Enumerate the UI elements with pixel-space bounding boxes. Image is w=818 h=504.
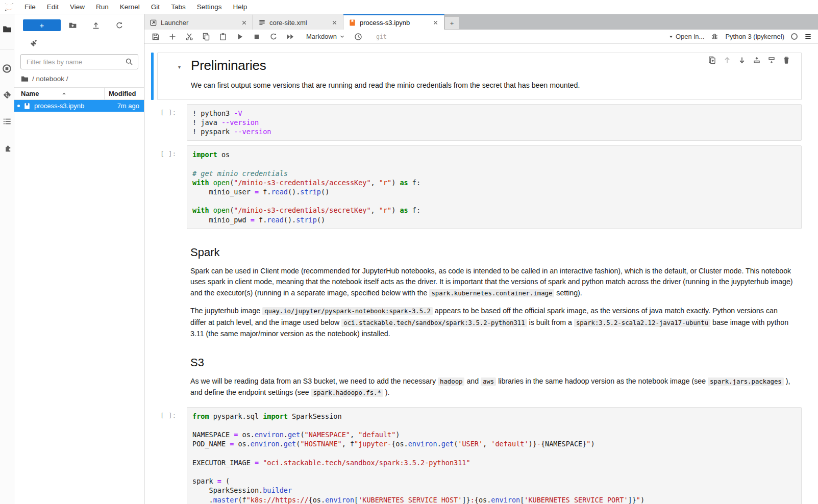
- menu-item-run[interactable]: Run: [90, 3, 114, 11]
- menu-item-help[interactable]: Help: [227, 3, 253, 11]
- insert-cell-above-icon[interactable]: [753, 56, 761, 64]
- menu-item-view[interactable]: View: [64, 3, 90, 11]
- extensions-button[interactable]: [0, 140, 14, 156]
- heading-collapser-icon[interactable]: ▾: [178, 64, 181, 70]
- code-line: SparkSession.builder: [192, 486, 796, 495]
- inline-code: hadoop: [438, 377, 464, 386]
- kernel-name[interactable]: Python 3 (ipykernel): [725, 33, 784, 40]
- search-icon: [125, 58, 133, 66]
- activity-bar-group: [0, 49, 14, 167]
- tab-launcher[interactable]: Launcher: [144, 14, 253, 30]
- file-name: process-s3.ipynb: [34, 102, 84, 110]
- tab-label: Launcher: [161, 19, 236, 27]
- git-clone-button[interactable]: [14, 31, 144, 47]
- code-line: import os: [192, 150, 796, 159]
- code-editor[interactable]: import os # get minio credentialswith op…: [187, 145, 802, 229]
- markdown-cell[interactable]: ▾PreliminariesWe can first output some v…: [144, 53, 818, 100]
- menu-item-file[interactable]: File: [19, 3, 41, 11]
- code-editor[interactable]: ! python3 -V! java --version! pyspark --…: [187, 104, 802, 141]
- modified-column-header[interactable]: Modified: [104, 88, 144, 99]
- clock-icon[interactable]: [354, 33, 362, 41]
- code-cell[interactable]: [ ]:! python3 -V! java --version! pyspar…: [151, 104, 802, 141]
- run-icon[interactable]: [236, 33, 244, 41]
- file-browser-panel: + / notebook / Name Modified process-s3.…: [14, 14, 144, 504]
- kernel-status-icon: [791, 33, 798, 40]
- breadcrumb[interactable]: / notebook /: [14, 69, 144, 87]
- add-cell-icon[interactable]: [168, 33, 177, 41]
- close-icon[interactable]: [330, 19, 339, 26]
- file-modified: 7m ago: [117, 102, 139, 110]
- file-text-icon: [258, 19, 266, 27]
- inline-code: spark.kubernetes.container.image: [429, 289, 554, 297]
- tab-core-site-xml[interactable]: core-site.xml: [253, 14, 343, 30]
- upload-button[interactable]: [84, 20, 108, 31]
- refresh-button[interactable]: [108, 20, 131, 31]
- run-all-icon[interactable]: [286, 33, 294, 41]
- open-in-dropdown[interactable]: Open in...: [668, 33, 704, 40]
- file-browser-button[interactable]: [0, 21, 14, 37]
- code-line: [192, 159, 796, 168]
- notebook-toolbar: Markdown git Open in... Python 3 (ipyker…: [144, 30, 818, 44]
- running-icon: [2, 64, 12, 73]
- code-editor[interactable]: from pyspark.sql import SparkSession NAM…: [187, 407, 802, 504]
- chevron-down-icon: [339, 34, 345, 39]
- cell-type-dropdown[interactable]: Markdown: [306, 33, 345, 40]
- upload-icon: [92, 21, 100, 30]
- code-line: .master(f"k8s://https://{os.environ['KUB…: [192, 495, 796, 504]
- running-kernels-button[interactable]: [0, 61, 14, 76]
- markdown-cell-body: ▾PreliminariesWe can first output some v…: [157, 53, 802, 100]
- tab-process-s3-ipynb[interactable]: process-s3.ipynb: [343, 14, 444, 30]
- main-area: Launchercore-site.xmlprocess-s3.ipynb+ M…: [144, 14, 818, 504]
- inline-code: aws: [481, 377, 496, 386]
- code-line: [192, 196, 796, 206]
- name-column-header[interactable]: Name: [14, 90, 104, 97]
- stop-icon[interactable]: [253, 33, 261, 41]
- move-cell-down-icon[interactable]: [738, 56, 746, 64]
- hamburger-menu-icon[interactable]: [804, 33, 812, 40]
- menu-item-settings[interactable]: Settings: [191, 3, 228, 11]
- file-row[interactable]: process-s3.ipynb7m ago: [14, 100, 144, 112]
- close-icon[interactable]: [240, 19, 249, 26]
- markdown-paragraph: As we will be reading data from an S3 bu…: [190, 376, 794, 399]
- new-launcher-button[interactable]: +: [23, 19, 61, 31]
- bug-icon[interactable]: [711, 33, 718, 40]
- section-heading: Spark: [190, 246, 794, 259]
- activity-bar: [0, 14, 14, 504]
- git-button[interactable]: [0, 87, 14, 103]
- inline-code: spark:3.5.2-scala2.12-java17-ubuntu: [574, 319, 710, 327]
- paste-icon[interactable]: [219, 33, 227, 41]
- markdown-paragraph: We can first output some versions that a…: [191, 80, 793, 91]
- filter-files-input[interactable]: [26, 58, 125, 66]
- code-cell[interactable]: [ ]:from pyspark.sql import SparkSession…: [151, 407, 802, 504]
- insert-cell-below-icon[interactable]: [767, 56, 776, 64]
- execution-prompt: [ ]:: [151, 407, 187, 504]
- code-line: ! pyspark --version: [192, 127, 796, 136]
- markdown-cell[interactable]: S3As we will be reading data from an S3 …: [151, 344, 802, 403]
- delete-cell-icon[interactable]: [782, 56, 790, 64]
- add-tab-button[interactable]: +: [444, 16, 459, 30]
- markdown-cell[interactable]: SparkSpark can be used in Client mode (r…: [151, 234, 802, 344]
- close-icon[interactable]: [431, 19, 440, 26]
- menu-item-edit[interactable]: Edit: [41, 3, 64, 11]
- code-line: minio_user = f.read().strip(): [192, 187, 796, 196]
- file-list: process-s3.ipynb7m ago: [14, 100, 144, 112]
- menu-item-tabs[interactable]: Tabs: [165, 3, 191, 11]
- new-folder-button[interactable]: [61, 20, 84, 31]
- code-line: with open("/minio-s3-credentials/secretK…: [192, 206, 796, 215]
- cut-icon[interactable]: [185, 33, 193, 41]
- menu-item-kernel[interactable]: Kernel: [114, 3, 145, 11]
- code-line: ! python3 -V: [192, 109, 796, 118]
- copy-icon[interactable]: [202, 33, 210, 41]
- restart-kernel-icon[interactable]: [269, 33, 278, 41]
- code-line: ! java --version: [192, 118, 796, 127]
- table-of-contents-button[interactable]: [0, 114, 14, 129]
- notebook-white-icon: [23, 103, 31, 110]
- code-line: spark = (: [192, 476, 796, 486]
- tab-label: core-site.xml: [269, 19, 327, 27]
- code-cell[interactable]: [ ]:import os # get minio credentialswit…: [151, 145, 802, 229]
- duplicate-cell-icon[interactable]: [708, 56, 716, 64]
- menu-item-git[interactable]: Git: [145, 3, 165, 11]
- code-line: POD_NAME = os.environ.get("HOSTNAME", f"…: [192, 439, 796, 448]
- jupyter-logo-icon: [3, 2, 15, 13]
- save-icon[interactable]: [152, 33, 160, 41]
